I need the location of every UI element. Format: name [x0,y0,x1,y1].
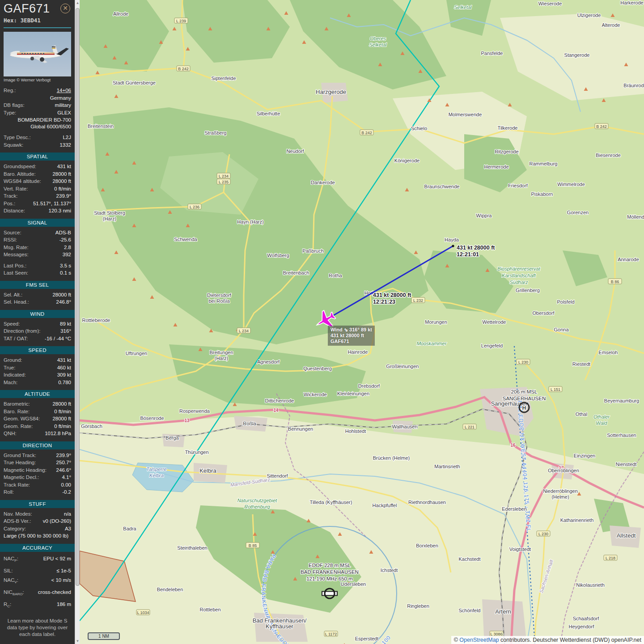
row-label: QNH: [4,430,17,437]
town-label: Borxleben [416,543,438,548]
area-label: Talsperre [146,466,166,472]
town-label: Voigtstedt [509,547,531,552]
area-label: Rothenburg [244,504,270,509]
row-label: NACV: [4,577,18,586]
data-row: Magnetic Heading:246.6° [0,466,75,474]
header-divider [4,27,71,28]
row-label: TAT / OAT: [4,335,28,342]
town-label: Siptenfelde [211,76,236,81]
row-value: 246.6° [56,467,71,474]
map-shape-f [169,344,366,407]
aircraft-tooltip: Wind ⇘ 316° 89 kt 431 kt 28000 ft GAF671 [328,326,375,346]
area-label: Mooskammer [417,341,447,346]
road-shield-label: L 232 [413,298,423,303]
row-value: EPU < 92 m [43,555,71,562]
area-label: Othaler [593,414,610,419]
section-header-stuff: STUFF [0,500,75,508]
town-label: Schwenda [174,237,197,242]
road-shield-label: L 235 [219,180,229,184]
peak-icon [602,98,606,102]
row-value: 0 ft/min [54,408,71,415]
data-row: Nav. Modes:n/a [0,510,75,518]
area-label: Selketal [369,42,387,47]
close-icon[interactable]: ✕ [60,4,70,13]
road-shield-label: L 1034 [137,610,149,615]
row-value: 120.3 nmi [48,208,71,214]
row-label: Squawk: [4,142,23,148]
hex-value: 3EBD41 [21,17,41,24]
road-shield-label: B 85 [249,543,257,548]
data-row: Direction (from):316° [0,327,75,335]
row-label: Msg. Rate: [4,244,29,251]
area-label: Karstlandschaft [502,273,536,278]
town-label: (Helme) [551,494,569,500]
road-shield-label: L 221 [465,425,475,429]
town-label: Bennungen [288,426,313,432]
town-label: Harzgerode [316,89,346,95]
row-value: military [55,102,71,109]
town-label: Berga [165,435,179,441]
peak-icon [96,71,100,74]
town-label: Schielo [411,126,427,131]
trail-label: 431 kt 28000 ft [373,292,411,298]
road-shield-label: L 234 [239,329,249,333]
row-label: Direction (from): [4,328,40,335]
town-label: Wimmelrode [557,182,585,187]
data-row: BOMBARDIER BD-700 Global 6000/6500 [0,116,75,130]
town-label: Stadt Stolberg [94,210,125,216]
photo-credit: Image © Werner Verbogt [4,77,71,82]
row-value: L2J [63,134,71,141]
data-row: Track Rate:0.00 [0,481,75,489]
attribution-suffix: contributors. Deutscher Wetterdienst (DW… [499,637,641,643]
town-label: Bösenrode [140,415,164,421]
map-scale-bar: 1 NM [88,632,120,640]
area-label: Wald [596,420,608,426]
map-shape-fd [80,416,644,644]
map-shape-f [290,0,446,89]
peak-icon [611,13,615,17]
aircraft-photo[interactable] [4,32,71,76]
town-label: Esperstedt [355,636,379,641]
town-label: Martinsrieth [434,464,460,469]
trail-label: 431 kt 28000 ft [457,245,495,251]
motorway-exit-number: 16 [510,443,516,448]
row-label: Sel. Head.: [4,299,29,305]
trail-start-point [452,245,454,247]
town-label: Edersleben [502,506,527,512]
town-label: Möllendorf [627,214,644,220]
road-shield-label: B 86 [611,280,619,284]
aircraft-photo-art [4,32,71,76]
peak-icon [186,47,190,51]
data-row: Distance:120.3 nmi [0,207,75,215]
town-label: Breitenstein [88,123,114,129]
row-value: 0 ft/min [54,423,71,430]
town-label: Braunschwende [424,184,460,189]
data-row: Ground:431 kt [0,356,75,364]
row-label: Ground: [4,357,22,364]
town-label: Kyffhäuser [266,623,294,630]
row-value: 28000 ft [52,292,71,298]
town-label: Emseloh [599,350,618,355]
row-label: Mach: [4,379,17,386]
data-row: True Heading:250.7° [0,459,75,466]
openstreetmap-link[interactable]: OpenStreetMap [459,637,499,643]
road-shield-label: B 242 [361,131,372,135]
row-value: 28000 ft [52,171,71,178]
town-label: Riestedt [572,361,590,367]
town-label: Rammelburg [530,161,558,166]
row-label: SIL: [4,568,13,574]
row-label: Roll: [4,489,14,496]
row-value: < 10 m/s [51,577,71,584]
scrollbar-thumb[interactable] [76,8,80,586]
map-canvas[interactable]: TMZ-EDDP HX-WEST A4404 126.175 - TMZ FLP… [80,0,644,644]
data-row: True:460 kt [0,364,75,372]
town-label: Obersdorf [533,310,555,316]
town-label: Neudorf [286,148,304,154]
town-label: Hackpfuffel [373,503,397,508]
section-header-wind: WIND [0,310,75,318]
town-label: Rotha [329,273,342,278]
row-value: 28000 ft [52,415,71,422]
town-label: Oberröblingen [548,468,579,473]
road-shield-label: L 230 [518,360,528,364]
registration-link[interactable]: 14+06 [57,87,71,94]
